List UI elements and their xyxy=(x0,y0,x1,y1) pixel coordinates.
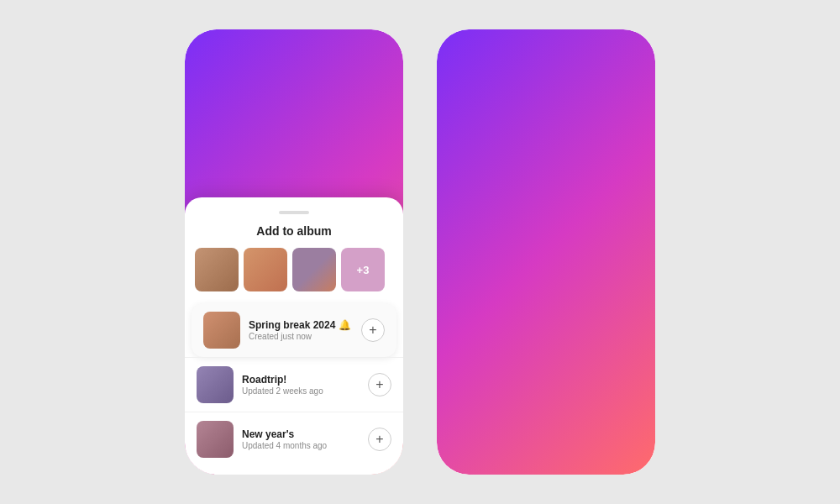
strip-photo-1 xyxy=(195,248,239,291)
album-info-newyear: New year's Updated 4 months ago xyxy=(242,428,360,450)
grid-photo-3[interactable]: ▶ 0:05 xyxy=(445,176,543,251)
album-info-roadtrip: Roadtrip! Updated 2 weeks ago xyxy=(242,374,360,396)
album-name-roadtrip: Roadtrip! xyxy=(242,374,360,386)
album-name-spring: Spring break 2024 🔔 xyxy=(249,319,353,331)
album-close-button[interactable]: ✕ xyxy=(449,63,459,79)
photo-grid: ▶ 0:08 ▶ 0:05 xyxy=(437,88,655,419)
album-meta-roadtrip: Updated 2 weeks ago xyxy=(242,386,360,396)
play-button-1[interactable]: ▶ xyxy=(483,121,507,144)
add-to-newyear-button[interactable]: + xyxy=(368,428,391,451)
bubble-sent-1: I can't get over that sunset view... wha… xyxy=(243,147,377,185)
album-item-newyear[interactable]: New year's Updated 4 months ago + xyxy=(185,412,403,466)
album-info-spring: Spring break 2024 🔔 Created just now xyxy=(249,319,353,341)
battery-icon-2 xyxy=(622,39,638,48)
album-item-spring[interactable]: Spring break 2024 🔔 Created just now + xyxy=(192,303,396,357)
album-title: Spring break 2024 🔔 xyxy=(449,60,643,73)
message-sent-1: I can't get over that sunset view... wha… xyxy=(193,147,395,185)
grid-photo-4[interactable] xyxy=(549,176,647,251)
album-add-button[interactable]: Add to album xyxy=(437,440,655,475)
chat-header: ‹ 2 Roomies Active now 📞 ▩ xyxy=(185,53,403,94)
back-button[interactable]: ‹ 2 xyxy=(195,63,221,83)
bottom-sheet: Add to album +3 Spring break 2024 🔔 Cre xyxy=(185,197,403,475)
grid-photo-1[interactable]: ▶ 0:08 xyxy=(445,95,543,171)
group-avatar xyxy=(228,60,255,87)
play-button-3[interactable]: ▶ xyxy=(483,202,507,225)
add-to-roadtrip-button[interactable]: + xyxy=(368,373,391,396)
photo-strip: +3 xyxy=(185,248,403,291)
video-duration-3: 0:05 xyxy=(450,236,474,246)
time-1: 9:41 xyxy=(202,38,222,50)
main-container: 9:41 ⊙ ‹ 2 xyxy=(0,0,840,504)
grid-photo-7[interactable] xyxy=(445,337,543,412)
time-2: 9:41 xyxy=(454,38,474,50)
status-bar-1: 9:41 ⊙ xyxy=(185,29,403,53)
grid-photo-2[interactable] xyxy=(549,95,647,171)
heart-reaction: 🩷 xyxy=(381,171,395,185)
status-icons-2: ⊙ xyxy=(595,39,638,50)
phone-album: 9:41 ⊙ ✕ Spring break 202 xyxy=(437,29,655,475)
sheet-title: Add to album xyxy=(185,224,403,238)
bubble-received-1: already thinking of our next trip 🧳 let'… xyxy=(218,102,353,140)
strip-photo-2 xyxy=(244,248,287,291)
add-to-spring-button[interactable]: + xyxy=(361,318,385,342)
message-received-1: already thinking of our next trip 🧳 let'… xyxy=(193,102,395,140)
album-cover-spring xyxy=(203,312,240,349)
album-item-roadtrip[interactable]: Roadtrip! Updated 2 weeks ago + xyxy=(185,357,403,412)
strip-more: +3 xyxy=(341,248,385,291)
wifi-icon: ⊙ xyxy=(359,39,366,50)
status-icons-1: ⊙ xyxy=(343,39,386,50)
chat-status: Active now xyxy=(261,75,331,84)
album-name-newyear: New year's xyxy=(242,428,360,440)
signal-icon xyxy=(343,39,355,48)
chat-title-area: Roomies Active now xyxy=(261,62,331,84)
sheet-handle xyxy=(279,211,309,214)
album-header: ✕ Spring break 2024 🔔 8 items • Updated … xyxy=(437,53,655,88)
wifi-icon-2: ⊙ xyxy=(611,39,618,50)
phone-call-button[interactable]: 📞 xyxy=(338,61,361,85)
grid-photo-6[interactable] xyxy=(549,256,647,332)
album-meta-header: 8 items • Updated 2 m ago xyxy=(449,74,643,83)
video-call-button[interactable]: ▩ xyxy=(370,61,393,85)
album-meta-newyear: Updated 4 months ago xyxy=(242,441,360,450)
grid-photo-5[interactable] xyxy=(445,256,543,332)
signal-icon-2 xyxy=(595,39,607,48)
album-cover-roadtrip xyxy=(197,366,234,403)
chat-actions: 📞 ▩ xyxy=(338,61,393,85)
strip-photo-3 xyxy=(292,248,336,291)
album-meta-spring: Created just now xyxy=(249,332,353,341)
avatar-1 xyxy=(193,102,213,123)
phone-chat: 9:41 ⊙ ‹ 2 xyxy=(185,29,403,475)
chat-group-name: Roomies xyxy=(261,62,331,75)
status-bar-2: 9:41 ⊙ xyxy=(437,29,655,53)
video-duration-1: 0:08 xyxy=(450,155,474,165)
battery-icon xyxy=(370,39,386,48)
album-cover-newyear xyxy=(197,421,234,458)
grid-photo-8[interactable] xyxy=(549,337,647,412)
unread-badge: 2 xyxy=(201,63,221,83)
album-more-button[interactable]: ⋯ xyxy=(622,60,643,81)
